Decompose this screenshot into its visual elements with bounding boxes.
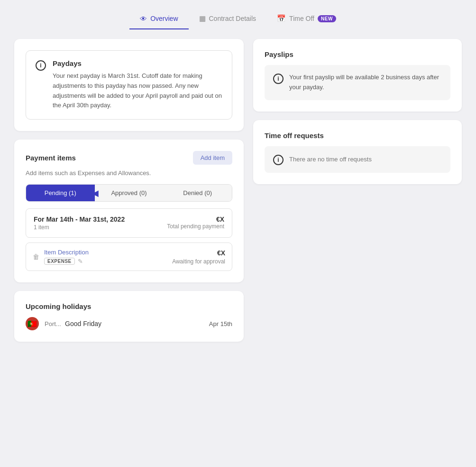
paydays-title: Paydays	[53, 59, 222, 67]
pending-period-box: For Mar 14th - Mar 31st, 2022 1 item €X …	[26, 208, 232, 238]
tab-contract-details[interactable]: ▦ Contract Details	[189, 9, 267, 29]
payslips-info-text: Your first payslip will be available 2 b…	[289, 73, 442, 93]
pending-period-header: For Mar 14th - Mar 31st, 2022 1 item €X …	[34, 215, 224, 231]
tab-overview[interactable]: 👁 Overview	[129, 9, 188, 29]
tab-time-off[interactable]: 📅 Time Off NEW	[266, 9, 347, 29]
upcoming-holidays-title: Upcoming holidays	[26, 302, 232, 310]
top-navigation: 👁 Overview ▦ Contract Details 📅 Time Off…	[0, 0, 476, 29]
payment-items-card: Payment items Add item Add items such as…	[14, 140, 244, 282]
paydays-text: Your next payday is March 31st. Cutoff d…	[53, 71, 222, 111]
item-description-link[interactable]: Item Description	[44, 249, 167, 256]
pending-total-label: Total pending payment	[167, 223, 224, 230]
tab-arrow-icon: ◀	[92, 188, 99, 198]
pending-period-title: For Mar 14th - Mar 31st, 2022	[34, 215, 125, 223]
payslips-title: Payslips	[265, 50, 450, 58]
item-amount: €X	[172, 249, 225, 257]
expense-tag: EXPENSE	[44, 258, 75, 265]
item-right: €X Awaiting for approval	[172, 249, 225, 265]
trash-icon[interactable]: 🗑	[33, 253, 39, 261]
payslips-info-box: i Your first payslip will be available 2…	[265, 65, 450, 100]
paydays-info-icon: i	[36, 60, 46, 71]
payment-items-title: Payment items	[26, 154, 76, 162]
time-off-info-icon: i	[273, 155, 284, 165]
contract-icon: ▦	[199, 14, 206, 23]
time-off-requests-card: Time off requests i There are no time of…	[253, 120, 462, 184]
item-tags: EXPENSE ✎	[44, 258, 167, 265]
pending-amount: €X	[167, 215, 224, 223]
paydays-box: i Paydays Your next payday is March 31st…	[26, 50, 232, 120]
holiday-name-col: Port... Good Friday	[45, 319, 203, 328]
calendar-icon: 📅	[277, 14, 286, 23]
main-content: i Paydays Your next payday is March 31st…	[0, 29, 476, 351]
time-off-requests-title: Time off requests	[265, 131, 450, 140]
overview-icon: 👁	[140, 15, 147, 23]
pending-items-count: 1 item	[34, 224, 125, 231]
payment-tabs: Pending (1) ◀ Approved (0) Denied (0)	[26, 184, 232, 202]
holiday-row: 🇵🇹 Port... Good Friday Apr 15th	[26, 317, 232, 330]
right-column: Payslips i Your first payslip will be av…	[253, 39, 462, 342]
add-item-button[interactable]: Add item	[193, 151, 232, 165]
time-off-info-box: i There are no time off requests	[265, 146, 450, 173]
holiday-country: Port...	[45, 320, 61, 327]
upcoming-holidays-card: Upcoming holidays 🇵🇹 Port... Good Friday…	[14, 291, 244, 342]
portugal-flag: 🇵🇹	[26, 317, 39, 330]
tab-overview-label: Overview	[150, 15, 178, 22]
tab-pending[interactable]: Pending (1) ◀	[26, 185, 95, 201]
holiday-name: Good Friday	[63, 320, 101, 327]
new-badge: NEW	[318, 15, 336, 22]
tab-approved[interactable]: Approved (0)	[95, 185, 164, 201]
tab-time-off-label: Time Off	[289, 15, 314, 22]
payslips-info-icon: i	[273, 74, 284, 84]
tab-contract-details-label: Contract Details	[209, 15, 256, 22]
paydays-card: i Paydays Your next payday is March 31st…	[14, 39, 244, 131]
item-description-content: Item Description EXPENSE ✎	[44, 249, 167, 265]
edit-icon[interactable]: ✎	[78, 258, 83, 265]
item-status: Awaiting for approval	[172, 258, 225, 265]
tab-denied[interactable]: Denied (0)	[163, 185, 232, 201]
payslips-card: Payslips i Your first payslip will be av…	[253, 39, 462, 112]
payment-items-subtitle: Add items such as Expenses and Allowance…	[26, 169, 232, 177]
payment-items-header: Payment items Add item	[26, 151, 232, 165]
time-off-empty-text: There are no time off requests	[289, 156, 372, 163]
holiday-date: Apr 15th	[209, 320, 232, 327]
left-column: i Paydays Your next payday is March 31st…	[14, 39, 244, 342]
item-description-row: 🗑 Item Description EXPENSE ✎ €X Awaiting…	[26, 243, 232, 271]
